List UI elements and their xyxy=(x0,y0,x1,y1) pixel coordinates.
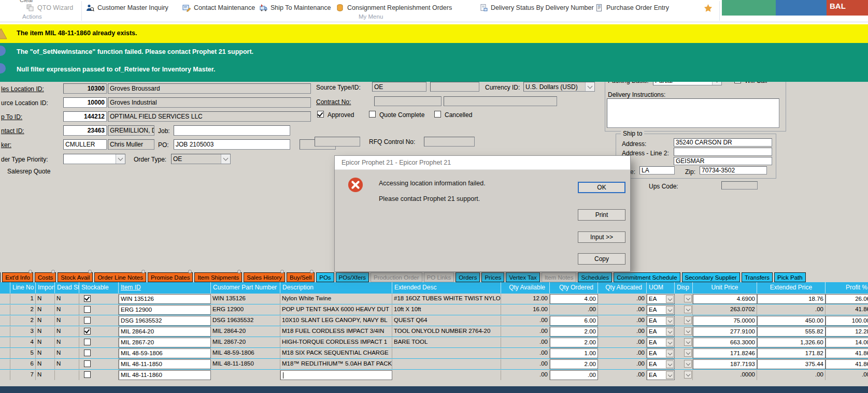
cell-ext[interactable] xyxy=(392,348,501,358)
cell-desc[interactable]: M18 FUEL CORDLESS IMPACT 3/4IN xyxy=(280,327,392,337)
cell-pf[interactable]: 41.86 xyxy=(826,359,868,369)
cell-ep[interactable]: 450.00 xyxy=(757,316,826,326)
delivery-instructions-textarea[interactable] xyxy=(607,98,779,128)
cell-uom[interactable]: EA xyxy=(647,327,675,337)
menu-item-delivery-status[interactable]: Delivery Status By Delivery Number xyxy=(479,4,594,12)
tab-ms[interactable]: ms xyxy=(0,272,1,282)
tab-vertex-tax[interactable]: Vertex Tax xyxy=(506,272,540,282)
tab-stock-avail[interactable]: Stock Avail xyxy=(58,272,93,282)
stockable-checkbox[interactable] xyxy=(84,360,91,367)
cell-uom[interactable]: EA xyxy=(647,305,675,315)
uom-dropdown-button[interactable] xyxy=(666,295,674,303)
col-header-line[interactable]: Line No xyxy=(10,282,36,293)
cell-up[interactable]: 263.0702 xyxy=(693,305,757,315)
ship-to-address-field[interactable]: 35240 CARSON DR xyxy=(674,138,772,147)
print-button[interactable]: Print xyxy=(578,209,625,221)
cell-ep[interactable]: 375.44 xyxy=(757,359,826,369)
menu-item-purchase-order-entry[interactable]: Purchase Order Entry xyxy=(595,4,669,12)
cell-stockable[interactable] xyxy=(79,359,119,369)
cell-dead[interactable]: N xyxy=(55,316,79,326)
cell-item[interactable]: DSG 19635532 xyxy=(119,316,211,326)
ok-button[interactable]: OK xyxy=(578,182,625,193)
tab-secondary-supplier[interactable]: Secondary Supplier xyxy=(682,272,740,282)
disp-dropdown-button[interactable] xyxy=(684,360,692,368)
cell-ext[interactable] xyxy=(392,359,501,369)
cell-disp[interactable] xyxy=(675,305,693,315)
col-header-qa[interactable]: Qty Available xyxy=(501,282,550,293)
cell-cust[interactable]: MIL 48-11-1850 xyxy=(211,359,280,369)
tab-commitment-schedule[interactable]: Commitment Schedule xyxy=(614,272,680,282)
cell-ext[interactable]: 10ft X 10ft xyxy=(392,305,501,315)
tab-pos[interactable]: POs xyxy=(316,272,334,282)
cell-stockable[interactable] xyxy=(79,338,119,347)
sales-location-id-field[interactable]: 10300 xyxy=(63,83,107,94)
col-header-ext[interactable]: Extended Desc xyxy=(392,282,501,293)
cell-cust[interactable]: MIL 2864-20 xyxy=(211,327,280,337)
cell-uom[interactable]: EA xyxy=(647,348,675,358)
cell-qo[interactable]: .00 xyxy=(550,305,598,315)
cell-desc[interactable] xyxy=(280,370,392,380)
cell-import[interactable]: N xyxy=(36,316,55,326)
source-location-id-field[interactable]: 10000 xyxy=(63,97,107,108)
cell-ext[interactable]: BARE TOOL xyxy=(392,338,501,347)
cell-disp[interactable] xyxy=(675,359,693,369)
cell-sel[interactable] xyxy=(0,370,10,380)
po-field[interactable]: JOB 2105003 xyxy=(174,139,290,150)
cell-dead[interactable]: N xyxy=(55,338,79,347)
cell-cust[interactable]: ERG 12900 xyxy=(211,305,280,315)
cell-up[interactable]: 663.3000 xyxy=(693,338,757,347)
uom-dropdown-button[interactable] xyxy=(666,371,674,379)
cell-sel[interactable] xyxy=(0,316,10,326)
cell-sel[interactable] xyxy=(0,359,10,369)
input-button[interactable]: Input >> xyxy=(578,231,625,243)
cell-dead[interactable]: N xyxy=(55,327,79,337)
disp-dropdown-button[interactable] xyxy=(684,349,692,357)
qto-wizard-button[interactable]: QTO Wizard xyxy=(26,4,73,12)
contact-id-field[interactable]: 23463 xyxy=(63,125,107,136)
cell-line[interactable]: 5 xyxy=(10,348,36,358)
cell-qal[interactable]: .00 xyxy=(598,359,647,369)
cell-import[interactable]: N xyxy=(36,338,55,347)
cell-ep[interactable]: 1,326.60 xyxy=(757,338,826,347)
tab-orders[interactable]: Orders xyxy=(456,272,480,282)
menu-item-ship-to-maintenance[interactable]: Ship To Maintenance xyxy=(259,4,331,12)
cell-up[interactable]: 171.8246 xyxy=(693,348,757,358)
cell-sel[interactable] xyxy=(0,348,10,358)
order-type-combo[interactable]: OE xyxy=(171,154,231,164)
approved-checkbox[interactable] xyxy=(317,111,324,118)
tab-ext-d-info[interactable]: Ext'd Info xyxy=(2,272,33,282)
tab-promise-dates[interactable]: Promise Dates xyxy=(148,272,193,282)
cell-line[interactable]: 3 xyxy=(10,327,36,337)
favorite-star-icon[interactable] xyxy=(704,4,713,12)
cell-uom[interactable]: EA xyxy=(647,316,675,326)
cell-qal[interactable]: .00 xyxy=(598,370,647,380)
cell-sel[interactable] xyxy=(0,305,10,315)
tab-prices[interactable]: Prices xyxy=(481,272,504,282)
col-header-disp[interactable]: Disp xyxy=(675,282,693,293)
cell-item[interactable]: MIL 2864-20 xyxy=(119,327,211,337)
stockable-checkbox[interactable] xyxy=(84,339,91,345)
address-line2-field[interactable] xyxy=(674,148,772,156)
cell-cust[interactable]: MIL 2867-20 xyxy=(211,338,280,347)
copy-button[interactable]: Copy xyxy=(578,253,625,265)
cell-import[interactable]: N xyxy=(36,327,55,337)
cell-sel[interactable] xyxy=(0,327,10,337)
cell-qo[interactable]: 2.00 xyxy=(550,359,598,369)
col-header-item[interactable]: Item ID xyxy=(119,282,211,293)
cell-line[interactable]: 2 xyxy=(10,305,36,315)
cell-uom[interactable]: EA xyxy=(647,338,675,347)
cell-qo[interactable]: 6.00 xyxy=(550,316,598,326)
cell-dead[interactable] xyxy=(55,370,79,380)
cell-desc[interactable]: 10X10 SLANT LEG CANOPY, NAVY BL xyxy=(280,316,392,326)
tab-pick-path[interactable]: Pick Path xyxy=(774,272,806,282)
uom-dropdown-button[interactable] xyxy=(666,339,674,346)
col-header-up[interactable]: Unit Price xyxy=(693,282,757,293)
cell-up[interactable]: 75.0000 xyxy=(693,316,757,326)
uom-dropdown-button[interactable] xyxy=(666,328,674,336)
cell-item[interactable]: MIL 48-11-1850 xyxy=(119,359,211,369)
cell-up[interactable]: .0000 xyxy=(693,370,757,380)
cell-ext[interactable]: TOOL ONLYOLD NUMBER 2764-20 xyxy=(392,327,501,337)
cell-disp[interactable] xyxy=(675,327,693,337)
col-header-desc[interactable]: Description xyxy=(280,282,392,293)
cell-stockable[interactable] xyxy=(79,348,119,358)
